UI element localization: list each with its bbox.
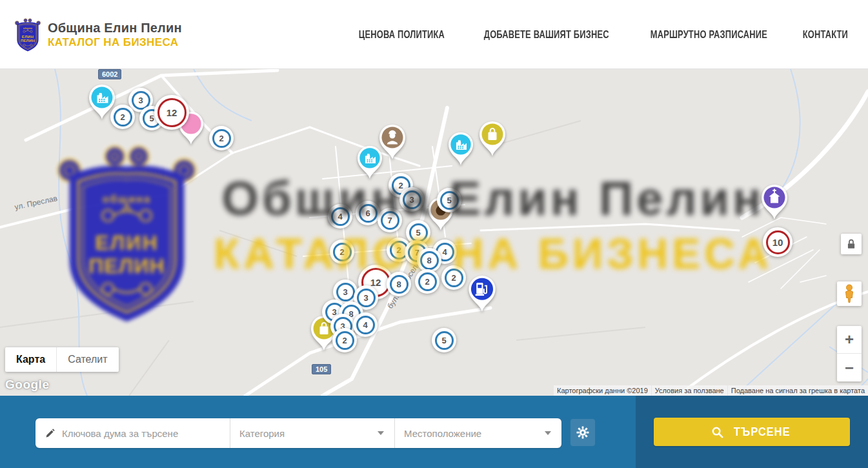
map-attribution: Картографски данни ©2019 Условия за полз… [553, 385, 868, 396]
cluster-marker[interactable]: 2 [110, 105, 135, 129]
map-canvas[interactable]: 6002105 ул. Преславбул. „Новосел 3251222… [0, 69, 868, 396]
cluster-marker[interactable]: 4 [328, 204, 352, 229]
chevron-down-icon [545, 431, 551, 435]
cluster-marker[interactable]: 5 [437, 188, 461, 212]
advanced-options-button[interactable] [570, 419, 595, 446]
site-subtitle: КАТАЛОГ НА БИЗНЕСА [48, 36, 182, 49]
category-select-value: Категория [239, 428, 285, 439]
category-select[interactable]: Категория [230, 418, 395, 448]
zoom-control: + − [837, 326, 862, 382]
search-button-label: ТЪРСЕНЕ [734, 425, 791, 439]
lock-icon [844, 237, 858, 251]
map-type-control: Карта Сателит [5, 347, 119, 372]
nav-contacts[interactable]: КОНТАКТИ [803, 28, 848, 40]
brand: Община Елин Пелин КАТАЛОГ НА БИЗНЕСА [14, 17, 182, 52]
gear-icon [576, 426, 589, 439]
cluster-marker[interactable]: 10 [763, 227, 792, 257]
street-view-lock-button[interactable] [841, 234, 862, 254]
pegman-icon [842, 284, 857, 303]
cluster-marker[interactable]: 12 [154, 95, 189, 130]
cluster-marker[interactable]: 2 [332, 328, 357, 352]
cluster-marker[interactable]: 5 [432, 328, 456, 352]
map-cluster-layer: 325122235647522748128223338342510 [0, 69, 868, 396]
nav-add-your-business[interactable]: ДОБАВЕТЕ ВАШИЯТ БИЗНЕС [484, 28, 609, 40]
keyword-field[interactable] [35, 418, 230, 448]
cluster-marker[interactable]: 4 [353, 312, 378, 337]
location-select[interactable]: Местоположение [395, 418, 561, 448]
pegman-control[interactable] [837, 281, 862, 306]
attribution-copyright: Картографски данни ©2019 [554, 385, 651, 396]
terms-of-use-link[interactable]: Условия за ползване [652, 385, 727, 396]
site-title: Община Елин Пелин [48, 21, 182, 36]
zoom-in-button[interactable]: + [837, 326, 862, 354]
report-map-error-link[interactable]: Подаване на сигнал за грешка в картата [728, 385, 868, 396]
keyword-input[interactable] [62, 428, 221, 439]
google-logo[interactable]: Google [5, 378, 49, 392]
chevron-down-icon [378, 431, 384, 435]
cluster-marker[interactable]: 8 [387, 272, 411, 296]
zoom-out-button[interactable]: − [837, 354, 862, 382]
location-select-value: Местоположение [404, 428, 481, 439]
cluster-marker[interactable]: 2 [209, 126, 234, 150]
pencil-icon [45, 428, 56, 439]
cluster-marker[interactable]: 2 [441, 265, 466, 290]
search-bar: Категория Местоположение [0, 396, 868, 468]
main-nav: ЦЕНОВА ПОЛИТИКА ДОБАВЕТЕ ВАШИЯТ БИЗНЕС М… [352, 0, 852, 69]
search-button[interactable]: ТЪРСЕНЕ [654, 418, 850, 446]
cluster-marker[interactable]: 2 [330, 239, 354, 264]
search-button-panel: ТЪРСЕНЕ [636, 396, 868, 468]
municipality-crest-logo [14, 17, 41, 52]
nav-route-schedule[interactable]: МАРШРУТНО РАЗПИСАНИЕ [651, 28, 767, 40]
cluster-marker[interactable]: 7 [378, 208, 402, 232]
map-type-satellite-button[interactable]: Сателит [56, 347, 118, 372]
map-type-map-button[interactable]: Карта [5, 347, 56, 372]
cluster-marker[interactable]: 6 [356, 201, 380, 225]
cluster-marker[interactable]: 2 [415, 269, 439, 294]
search-icon [711, 426, 723, 438]
search-fields: Категория Местоположение [35, 418, 561, 448]
cluster-marker[interactable]: 3 [399, 187, 424, 212]
header: Община Елин Пелин КАТАЛОГ НА БИЗНЕСА ЦЕН… [0, 0, 868, 69]
nav-pricing-policy[interactable]: ЦЕНОВА ПОЛИТИКА [359, 28, 445, 40]
